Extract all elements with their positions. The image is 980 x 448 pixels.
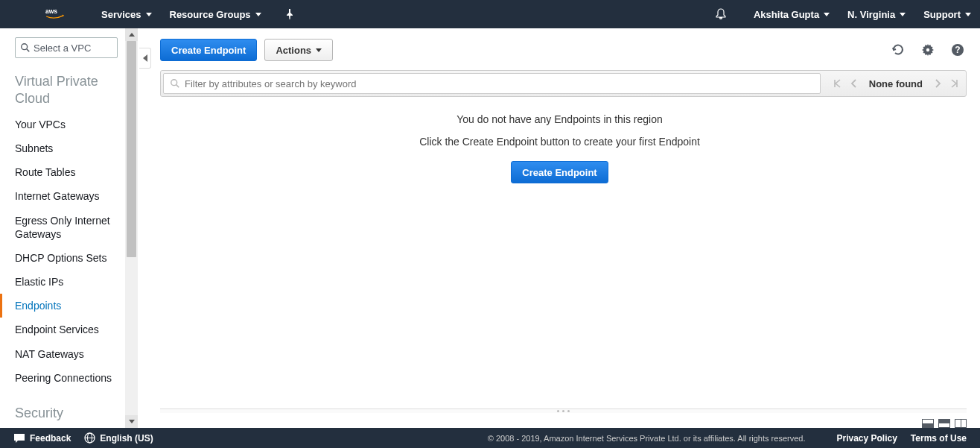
scroll-thumb[interactable] — [127, 41, 136, 257]
svg-line-2 — [27, 49, 30, 52]
actions-button[interactable]: Actions — [264, 39, 333, 61]
copyright-text: © 2008 - 2019, Amazon Internet Services … — [488, 434, 806, 443]
nav-resource-groups[interactable]: Resource Groups — [161, 0, 270, 28]
search-icon — [20, 42, 31, 53]
vpc-selector-label: Select a VPC — [34, 42, 91, 54]
caret-down-icon — [316, 48, 322, 52]
page-prev-button[interactable] — [847, 73, 862, 94]
page-last-button[interactable] — [946, 73, 961, 94]
toolbar: Create Endpoint Actions ? — [139, 28, 980, 70]
vertical-splitter[interactable] — [160, 408, 967, 413]
notifications-icon[interactable] — [706, 0, 736, 28]
svg-text:?: ? — [955, 45, 960, 55]
top-nav: aws Services Resource Groups Akshita Gup… — [0, 0, 980, 28]
view-mode-split[interactable] — [938, 419, 950, 428]
nav-region-label: N. Virginia — [847, 9, 895, 20]
nav-user[interactable]: Akshita Gupta — [745, 0, 839, 28]
page-next-button[interactable] — [930, 73, 945, 94]
sidebar-item-elastic-ips[interactable]: Elastic IPs — [0, 270, 125, 294]
chevron-left-icon — [143, 54, 147, 62]
svg-text:aws: aws — [45, 7, 57, 15]
svg-point-1 — [22, 44, 28, 50]
filter-input[interactable] — [185, 78, 814, 89]
globe-icon — [84, 432, 95, 444]
sidebar-item-route-tables[interactable]: Route Tables — [0, 160, 125, 184]
sidebar-item-endpoints[interactable]: Endpoints — [0, 294, 125, 318]
terms-link[interactable]: Terms of Use — [911, 433, 967, 444]
svg-line-8 — [176, 85, 179, 88]
pager-label: None found — [863, 78, 929, 89]
svg-point-7 — [171, 80, 177, 86]
help-icon[interactable]: ? — [949, 41, 967, 59]
filter-bar: None found — [160, 70, 967, 97]
empty-state: You do not have any Endpoints in this re… — [139, 97, 980, 206]
svg-point-4 — [926, 48, 929, 51]
nav-services-label: Services — [101, 9, 141, 20]
sidebar-scrollbar[interactable] — [125, 28, 138, 428]
sidebar-item-internet-gateways[interactable]: Internet Gateways — [0, 184, 125, 208]
main-content: Create Endpoint Actions ? None found You… — [139, 28, 980, 428]
page-first-button[interactable] — [830, 73, 845, 94]
footer: Feedback English (US) © 2008 - 2019, Ama… — [0, 428, 980, 448]
settings-icon[interactable] — [919, 41, 937, 59]
sidebar-collapse-button[interactable] — [139, 48, 151, 69]
feedback-button[interactable]: Feedback — [13, 433, 71, 444]
caret-down-icon — [900, 13, 906, 16]
filter-input-wrap — [163, 73, 821, 94]
nav-resource-groups-label: Resource Groups — [170, 9, 251, 20]
nav-user-label: Akshita Gupta — [754, 9, 819, 20]
sidebar-item-your-vpcs[interactable]: Your VPCs — [0, 113, 125, 136]
search-icon — [170, 78, 180, 89]
sidebar-item-endpoint-services[interactable]: Endpoint Services — [0, 318, 125, 341]
sidebar-item-dhcp[interactable]: DHCP Options Sets — [0, 246, 125, 270]
empty-create-endpoint-button[interactable]: Create Endpoint — [511, 161, 608, 183]
aws-logo[interactable]: aws — [42, 7, 71, 21]
actions-label: Actions — [276, 45, 311, 56]
caret-down-icon — [965, 13, 971, 16]
caret-down-icon — [146, 13, 152, 16]
view-mode-bottom[interactable] — [922, 419, 934, 428]
nav-services[interactable]: Services — [92, 0, 161, 28]
view-mode-icons — [139, 413, 980, 428]
refresh-icon[interactable] — [889, 41, 907, 59]
sidebar-item-subnets[interactable]: Subnets — [0, 136, 125, 160]
sidebar-item-peering[interactable]: Peering Connections — [0, 366, 125, 390]
pager: None found — [823, 73, 966, 94]
caret-down-icon — [255, 13, 261, 16]
scroll-down-icon[interactable] — [125, 415, 138, 428]
view-mode-columns[interactable] — [955, 419, 967, 428]
sidebar-heading-security: Security — [0, 400, 125, 426]
caret-down-icon — [824, 13, 830, 16]
sidebar-heading-vpc: Virtual Private Cloud — [0, 69, 125, 113]
sidebar: Select a VPC Virtual Private Cloud Your … — [0, 28, 139, 428]
nav-support[interactable]: Support — [914, 0, 980, 28]
feedback-label: Feedback — [30, 433, 71, 444]
empty-line1: You do not have any Endpoints in this re… — [139, 113, 980, 125]
empty-line2: Click the Create Endpoint button to crea… — [139, 136, 980, 148]
scroll-up-icon[interactable] — [125, 28, 138, 41]
language-button[interactable]: English (US) — [84, 432, 153, 444]
language-label: English (US) — [100, 433, 153, 444]
sidebar-item-nat-gateways[interactable]: NAT Gateways — [0, 342, 125, 366]
speech-icon — [13, 433, 25, 444]
pin-icon[interactable] — [276, 0, 303, 28]
nav-region[interactable]: N. Virginia — [839, 0, 914, 28]
vpc-selector[interactable]: Select a VPC — [15, 37, 118, 58]
create-endpoint-button[interactable]: Create Endpoint — [160, 39, 257, 61]
nav-support-label: Support — [923, 9, 961, 20]
sidebar-item-egress-gateways[interactable]: Egress Only Internet Gateways — [0, 209, 125, 246]
privacy-link[interactable]: Privacy Policy — [836, 433, 897, 444]
